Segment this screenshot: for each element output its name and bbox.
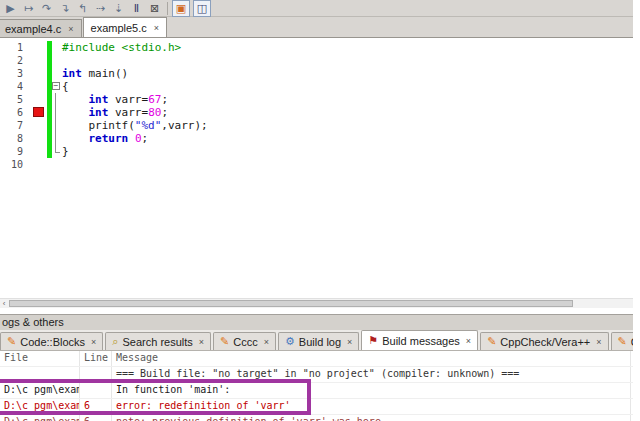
pause-debugger-button[interactable]: Ⅱ: [129, 1, 144, 15]
tab-close-icon[interactable]: ×: [596, 337, 601, 347]
code-token: varr=: [108, 106, 148, 119]
logs-tab-bar: ✎Code::Blocks×⌕Search results×✎Cccc×⚙Bui…: [0, 330, 633, 351]
step-into-button[interactable]: ↴: [57, 1, 72, 15]
code-line[interactable]: 4−{: [0, 80, 633, 93]
marker-margin[interactable]: [26, 54, 47, 67]
editor-tab-label: example4.c: [5, 23, 61, 35]
table-row[interactable]: D:\c pgm\exam...6note: previous definiti…: [0, 415, 633, 421]
code-token: {: [62, 80, 69, 93]
tab-close-icon[interactable]: ×: [91, 337, 96, 347]
code-editor[interactable]: 1#include <stdio.h>23int main()4−{5 int …: [0, 38, 633, 298]
fold-margin[interactable]: [52, 158, 62, 171]
marker-margin[interactable]: [26, 80, 47, 93]
debugging-windows-button[interactable]: ▣: [172, 0, 190, 17]
code-token: [62, 93, 89, 106]
code-text: }: [62, 145, 633, 158]
logs-tab-search-results[interactable]: ⌕Search results×: [105, 332, 211, 350]
scrollbar-thumb[interactable]: [9, 300, 573, 307]
line-number: 9: [0, 145, 26, 158]
logs-tab-cscope[interactable]: ✎Cscope×: [611, 332, 634, 350]
marker-margin[interactable]: [26, 119, 47, 132]
logs-tab-cccc[interactable]: ✎Cccc×: [213, 332, 276, 350]
next-line-icon: ↷: [42, 3, 51, 14]
code-line[interactable]: 2: [0, 54, 633, 67]
line-cell: 6: [80, 415, 112, 421]
fold-margin[interactable]: [52, 106, 62, 119]
tab-close-icon[interactable]: ×: [68, 24, 73, 34]
file-cell: D:\c pgm\exam...: [0, 415, 80, 421]
code-line[interactable]: 8 return 0;: [0, 132, 633, 145]
marker-margin[interactable]: [26, 145, 47, 158]
stop-debugger-button[interactable]: ⊠: [147, 1, 162, 15]
fold-margin[interactable]: [52, 145, 62, 158]
marker-margin[interactable]: [26, 67, 47, 80]
marker-margin[interactable]: [26, 132, 47, 145]
debug-continue-button[interactable]: ▶: [3, 1, 18, 15]
line-number: 2: [0, 54, 26, 67]
codeblocks-window: ▶↦↷↴↰⇢⇣Ⅱ⊠▣◫ example4.c×example5.c× 1#inc…: [0, 0, 640, 421]
fold-margin[interactable]: [52, 41, 62, 54]
flag-icon: ⚑: [368, 335, 378, 346]
code-line[interactable]: 6 int varr=80;: [0, 106, 633, 119]
tab-close-icon[interactable]: ×: [199, 337, 204, 347]
logs-tab-code-blocks[interactable]: ✎Code::Blocks×: [0, 332, 103, 350]
tab-close-icon[interactable]: ×: [347, 337, 352, 347]
editor-tab-bar: example4.c×example5.c×: [0, 17, 633, 38]
code-token: #include <stdio.h>: [62, 41, 181, 54]
code-token: 67: [148, 93, 161, 106]
code-line[interactable]: 9}: [0, 145, 633, 158]
stop-debugger-icon: ⊠: [150, 3, 159, 14]
fold-margin[interactable]: [52, 54, 62, 67]
code-line[interactable]: 5 int varr=67;: [0, 93, 633, 106]
fold-end-corner: [55, 145, 60, 153]
code-line[interactable]: 7 printf("%d",varr);: [0, 119, 633, 132]
tab-close-icon[interactable]: ×: [466, 336, 471, 346]
next-line-button[interactable]: ↷: [39, 1, 54, 15]
code-text: int main(): [62, 67, 633, 80]
fold-margin[interactable]: [52, 67, 62, 80]
fold-margin[interactable]: −: [52, 80, 62, 93]
scroll-left-arrow-icon[interactable]: ‹: [0, 299, 8, 308]
fold-guide-line: [55, 93, 56, 106]
fold-margin[interactable]: [52, 119, 62, 132]
code-line[interactable]: 10: [0, 158, 633, 171]
run-to-cursor-icon: ↦: [24, 3, 33, 14]
logs-tab-cppcheck-vera-[interactable]: ✎CppCheck/Vera++×: [480, 332, 608, 350]
marker-margin[interactable]: [26, 106, 47, 119]
step-into-instruction-button[interactable]: ⇣: [111, 1, 126, 15]
marker-margin[interactable]: [26, 158, 47, 171]
logs-tab-build-messages[interactable]: ⚑Build messages×: [361, 330, 478, 350]
code-token: int: [89, 106, 109, 119]
code-text: [62, 158, 633, 171]
various-info-icon: ◫: [197, 3, 207, 14]
fold-collapse-icon[interactable]: −: [52, 82, 60, 90]
next-instruction-button[interactable]: ⇢: [93, 1, 108, 15]
pencil-icon: ✎: [220, 336, 229, 347]
logs-tab-label: Code::Blocks: [20, 336, 85, 348]
various-info-button[interactable]: ◫: [193, 0, 211, 17]
fold-margin[interactable]: [52, 93, 62, 106]
error-highlight-annotation: [0, 379, 311, 415]
tab-close-icon[interactable]: ×: [264, 337, 269, 347]
pencil-icon: ✎: [618, 336, 627, 347]
logs-tab-build-log[interactable]: ⚙Build log×: [278, 332, 359, 350]
code-line[interactable]: 3int main(): [0, 67, 633, 80]
code-line[interactable]: 1#include <stdio.h>: [0, 41, 633, 54]
fold-margin[interactable]: [52, 132, 62, 145]
code-token: varr=: [108, 93, 148, 106]
code-token: ;: [161, 106, 168, 119]
tab-close-icon[interactable]: ×: [154, 23, 159, 33]
step-out-button[interactable]: ↰: [75, 1, 90, 15]
marker-margin[interactable]: [26, 41, 47, 54]
marker-margin[interactable]: [26, 93, 47, 106]
logs-tab-label: Cscope: [631, 336, 633, 348]
editor-tab-example4-c[interactable]: example4.c×: [0, 19, 82, 37]
code-token: ,varr);: [161, 119, 207, 132]
column-header: File: [0, 351, 80, 366]
editor-horizontal-scrollbar[interactable]: ‹: [0, 298, 633, 308]
logs-tab-label: Search results: [122, 336, 192, 348]
code-text: #include <stdio.h>: [62, 41, 633, 54]
code-token: ;: [142, 132, 149, 145]
run-to-cursor-button[interactable]: ↦: [21, 1, 36, 15]
editor-tab-example5-c[interactable]: example5.c×: [83, 17, 168, 37]
